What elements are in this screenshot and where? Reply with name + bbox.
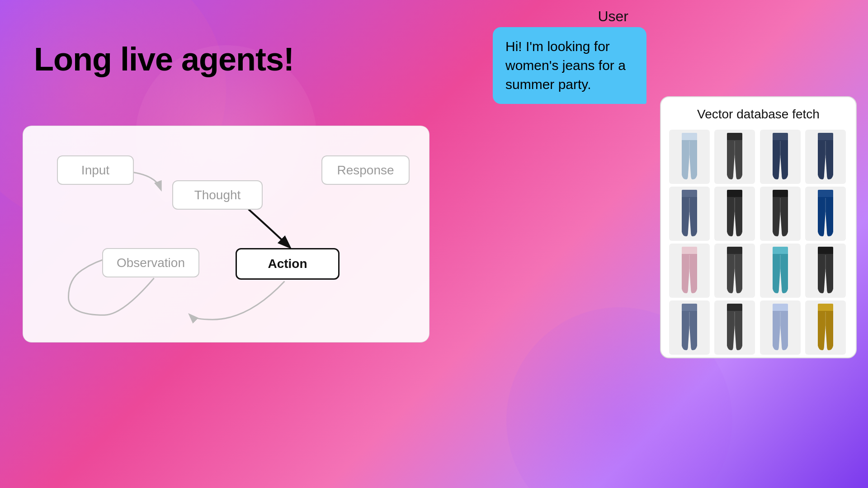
jeans-grid [669,130,848,355]
jeans-item [805,187,846,241]
svg-rect-2 [682,133,697,135]
jeans-item [760,187,801,241]
user-label: User [598,8,628,25]
svg-rect-41 [727,304,742,306]
jeans-item [669,187,710,241]
svg-rect-8 [773,133,788,135]
vector-database-card: Vector database fetch [660,96,857,358]
thought-box: Thought [172,180,263,210]
svg-rect-47 [818,304,833,306]
vector-card-title: Vector database fetch [669,107,848,122]
svg-rect-23 [818,190,833,192]
svg-rect-29 [727,247,742,249]
svg-rect-17 [727,190,742,192]
main-title: Long live agents! [34,41,294,78]
svg-rect-35 [818,247,833,249]
svg-rect-20 [773,190,788,192]
jeans-item [669,244,710,298]
svg-rect-11 [818,133,833,135]
jeans-item [669,130,710,184]
input-label: Input [81,163,109,178]
svg-rect-5 [727,133,742,135]
chat-bubble: Hi! I'm looking for women's jeans for a … [493,27,646,104]
jeans-item [714,187,755,241]
observation-label: Observation [117,256,185,270]
jeans-item [760,130,801,184]
observation-box: Observation [102,248,199,277]
jeans-item [760,244,801,298]
svg-rect-44 [773,304,788,306]
response-box: Response [321,155,410,185]
jeans-item [760,300,801,355]
jeans-item [805,244,846,298]
svg-rect-26 [682,247,697,249]
jeans-item [669,300,710,355]
svg-rect-38 [682,304,697,306]
jeans-item [805,130,846,184]
jeans-item [714,130,755,184]
response-label: Response [337,163,394,178]
action-box: Action [236,248,340,280]
input-box: Input [57,155,134,185]
thought-label: Thought [194,188,241,202]
agent-diagram: Input Thought Response Observation Actio… [23,126,429,343]
svg-rect-14 [682,190,697,192]
jeans-item [805,300,846,355]
action-label: Action [268,257,307,271]
jeans-item [714,300,755,355]
jeans-item [714,244,755,298]
svg-rect-32 [773,247,788,249]
